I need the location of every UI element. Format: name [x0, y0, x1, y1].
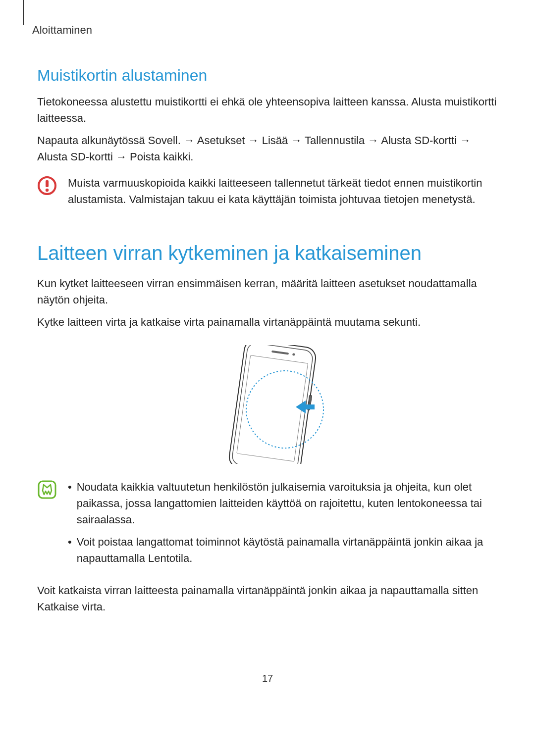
note-bullet-item: • Noudata kaikkia valtuutetun henkilöstö… — [68, 479, 498, 528]
note-bullet-item: • Voit poistaa langattomat toiminnot käy… — [68, 534, 498, 566]
svg-point-2 — [46, 189, 49, 192]
bullet-prefix: Voit poistaa langattomat toiminnot käytö… — [77, 536, 483, 564]
nav-instructions: Napauta alkunäytössä Sovell. → Asetukset… — [37, 132, 498, 165]
bullet-action: Lentotila — [148, 552, 189, 564]
page-content: Aloittaminen Muistikortin alustaminen Ti… — [0, 0, 535, 615]
note-callout: • Noudata kaikkia valtuutetun henkilöstö… — [37, 479, 498, 572]
figure-container — [37, 345, 498, 464]
warning-callout: Muista varmuuskopioida kaikki laitteesee… — [37, 175, 498, 207]
body-paragraph: Tietokoneessa alustettu muistikortti ei … — [37, 94, 498, 126]
bullet-marker: • — [68, 479, 72, 528]
bullet-text: Voit poistaa langattomat toiminnot käytö… — [77, 534, 498, 566]
para-suffix: . — [103, 601, 106, 613]
bullet-text: Noudata kaikkia valtuutetun henkilöstön … — [77, 479, 498, 528]
note-icon — [37, 480, 57, 500]
section-heading-muistikortin: Muistikortin alustaminen — [37, 66, 498, 85]
warning-text: Muista varmuuskopioida kaikki laitteesee… — [68, 175, 498, 207]
note-content: • Noudata kaikkia valtuutetun henkilöstö… — [68, 479, 498, 572]
body-paragraph: Kun kytket laitteeseen virran ensimmäise… — [37, 275, 498, 308]
body-paragraph: Voit katkaista virran laitteesta painama… — [37, 582, 498, 615]
phone-power-button-figure — [211, 345, 324, 464]
svg-rect-12 — [39, 481, 55, 498]
svg-rect-1 — [46, 180, 49, 187]
header-divider — [23, 0, 24, 25]
chapter-label: Aloittaminen — [32, 24, 498, 37]
warning-icon — [37, 176, 57, 196]
main-heading-laitteen-virran: Laitteen virran kytkeminen ja katkaisemi… — [37, 242, 498, 264]
bullet-marker: • — [68, 534, 72, 566]
para-prefix: Voit katkaista virran laitteesta painama… — [37, 584, 478, 597]
note-bullet-list: • Noudata kaikkia valtuutetun henkilöstö… — [68, 479, 498, 566]
body-paragraph: Kytke laitteen virta ja katkaise virta p… — [37, 314, 498, 330]
nav-prefix: Napauta alkunäytössä — [37, 134, 148, 147]
nav-suffix: . — [190, 151, 193, 163]
para-action: Katkaise virta — [37, 601, 103, 613]
bullet-suffix: . — [189, 552, 192, 564]
page-number: 17 — [0, 673, 535, 684]
